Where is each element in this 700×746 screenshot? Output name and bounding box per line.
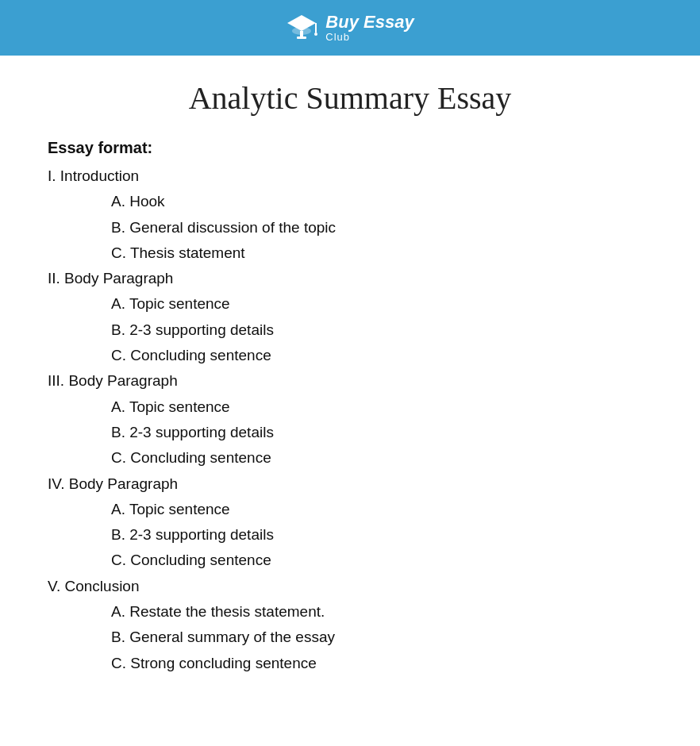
section-5-item-1: A. Restate the thesis statement. bbox=[111, 599, 652, 625]
section-1-item-2: B. General discussion of the topic bbox=[111, 215, 652, 240]
section-2-item-1: A. Topic sentence bbox=[111, 291, 652, 317]
page-title: Analytic Summary Essay bbox=[48, 79, 652, 117]
logo-icon bbox=[286, 10, 317, 45]
section-5-item-2: B. General summary of the essay bbox=[111, 625, 652, 650]
svg-point-5 bbox=[314, 33, 317, 36]
section-2: II. Body Paragraph bbox=[48, 266, 652, 291]
logo-brand: Buy Essay bbox=[325, 13, 413, 32]
section-2-item-3: C. Concluding sentence bbox=[111, 343, 652, 368]
logo-text: Buy Essay Club bbox=[325, 13, 413, 43]
logo-sub: Club bbox=[325, 32, 350, 43]
section-3-item-1: A. Topic sentence bbox=[111, 394, 652, 420]
section-4-item-3: C. Concluding sentence bbox=[111, 548, 652, 573]
main-content: Analytic Summary Essay Essay format: I. … bbox=[0, 56, 700, 708]
svg-rect-2 bbox=[300, 31, 303, 37]
format-label: Essay format: bbox=[48, 139, 652, 157]
section-4: IV. Body Paragraph bbox=[48, 471, 652, 497]
section-4-item-2: B. 2-3 supporting details bbox=[111, 522, 652, 548]
section-5-item-3: C. Strong concluding sentence bbox=[111, 651, 652, 676]
section-3-item-3: C. Concluding sentence bbox=[111, 445, 652, 471]
section-4-item-1: A. Topic sentence bbox=[111, 497, 652, 522]
section-3: III. Body Paragraph bbox=[48, 368, 652, 394]
section-1-item-3: C. Thesis statement bbox=[111, 240, 652, 266]
section-1-item-1: A. Hook bbox=[111, 189, 652, 214]
site-header: Buy Essay Club bbox=[0, 0, 700, 56]
outline: I. IntroductionA. HookB. General discuss… bbox=[48, 163, 652, 676]
section-3-item-2: B. 2-3 supporting details bbox=[111, 420, 652, 445]
section-2-item-2: B. 2-3 supporting details bbox=[111, 317, 652, 343]
section-5: V. Conclusion bbox=[48, 574, 652, 599]
section-1: I. Introduction bbox=[48, 163, 652, 189]
svg-rect-3 bbox=[297, 37, 306, 39]
